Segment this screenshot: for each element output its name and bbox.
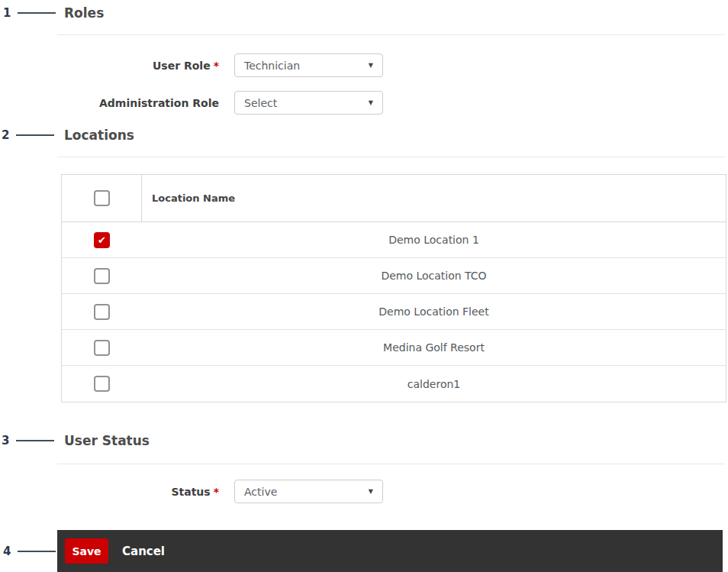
required-asterisk: * [214,486,219,498]
locations-table-header: ✔ Location Name [62,175,726,222]
callout-2: 2 [2,128,54,142]
row-checkbox[interactable]: ✔ [94,376,110,392]
dropdown-caret-icon: ▼ [369,62,373,69]
checkbox-column: ✔ [62,258,142,293]
selected-value: Select [244,97,369,109]
checkbox-column: ✔ [62,294,142,329]
table-row: ✔ calderon1 [62,366,726,402]
table-row: ✔ Demo Location TCO [62,258,726,294]
status-label: Status * [171,480,219,503]
cancel-button[interactable]: Cancel [122,530,165,572]
selected-value: Technician [244,60,369,72]
table-row: ✔ Demo Location 1 [62,222,726,258]
location-name-cell: Demo Location 1 [142,222,726,257]
checkbox-column: ✔ [62,366,142,402]
row-checkbox[interactable]: ✔ [94,304,110,320]
section-title-roles: Roles [64,5,104,21]
row-checkbox[interactable]: ✔ [94,232,110,248]
footer-action-bar: Save Cancel [57,530,723,572]
label-text: User Role [153,60,211,72]
section-title-locations: Locations [64,128,134,143]
callout-number: 4 [3,545,11,558]
callout-number: 1 [3,6,11,20]
dropdown-caret-icon: ▼ [369,488,373,495]
administration-role-select[interactable]: Select ▼ [234,91,383,115]
callout-line [18,551,56,552]
user-role-select[interactable]: Technician ▼ [234,53,383,77]
callout-3: 3 [2,434,54,448]
table-row: ✔ Demo Location Fleet [62,294,726,330]
checkmark-icon: ✔ [98,235,106,245]
callout-line [16,134,54,136]
location-name-cell: Medina Golf Resort [142,330,726,365]
table-row: ✔ Medina Golf Resort [62,330,726,366]
dropdown-caret-icon: ▼ [369,99,373,106]
section-title-user-status: User Status [64,433,150,448]
user-role-label: User Role * [153,53,219,77]
callout-line [18,12,56,14]
status-row: Status * Active ▼ [0,480,728,503]
select-all-checkbox[interactable]: ✔ [94,190,110,206]
label-text: Status [171,486,210,498]
row-checkbox[interactable]: ✔ [94,268,110,284]
location-name-cell: Demo Location TCO [142,258,726,293]
location-name-cell: Demo Location Fleet [142,294,726,329]
selected-value: Active [244,486,369,498]
status-select[interactable]: Active ▼ [234,480,383,503]
checkbox-column: ✔ [62,222,142,257]
section-divider [57,157,725,157]
section-divider [57,464,725,464]
location-name-header: Location Name [142,175,726,221]
checkbox-column: ✔ [62,175,142,221]
locations-table: ✔ Location Name ✔ Demo Location 1 ✔ Demo… [61,174,726,402]
save-button[interactable]: Save [65,538,108,564]
label-text: Administration Role [99,97,219,109]
callout-line [16,440,54,441]
checkbox-column: ✔ [62,330,142,365]
administration-role-label: Administration Role [99,91,219,115]
user-role-row: User Role * Technician ▼ [0,53,728,77]
administration-role-row: Administration Role Select ▼ [0,91,728,115]
required-asterisk: * [214,60,219,72]
callout-number: 2 [2,128,9,142]
user-settings-page: 1 2 3 4 Roles User Role * Technician ▼ A… [0,0,728,572]
callout-1: 1 [3,6,56,20]
callout-number: 3 [2,434,9,448]
section-divider [57,34,725,35]
location-name-cell: calderon1 [142,366,726,402]
callout-4: 4 [3,545,56,558]
row-checkbox[interactable]: ✔ [94,340,110,356]
